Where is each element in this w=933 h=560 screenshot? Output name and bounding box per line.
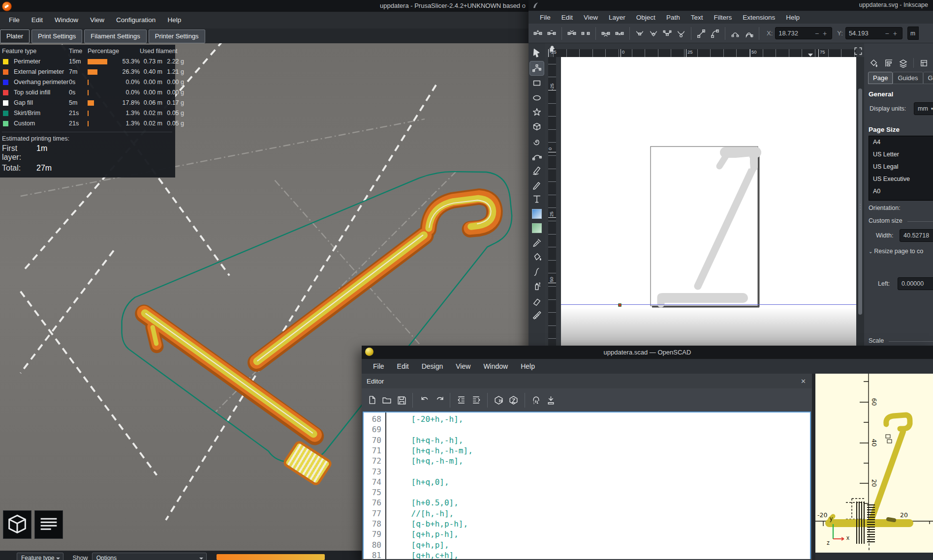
ps-menu-window[interactable]: Window	[49, 12, 84, 29]
pen-tool-icon[interactable]	[530, 149, 544, 163]
stroke-to-path-icon[interactable]	[743, 27, 755, 40]
eraser-tool-icon[interactable]	[530, 294, 544, 308]
ps-menu-configuration[interactable]: Configuration	[110, 12, 161, 29]
join-segment-icon[interactable]	[599, 27, 612, 40]
openscad-titlebar[interactable]: uppdatera.scad — OpenSCAD	[362, 346, 933, 359]
panel-resize-handle[interactable]: ···	[859, 203, 861, 210]
code-editor[interactable]: 68 [-20+h,-h],6970 [h+q-h,-h],71 [h+q-h,…	[363, 412, 811, 559]
selector-tool-icon[interactable]	[530, 46, 544, 60]
spray-tool-icon[interactable]	[530, 279, 544, 293]
left-input[interactable]: 0.00000	[898, 277, 933, 290]
x-minus-button[interactable]: −	[813, 29, 821, 37]
editor-dock-header[interactable]: Editor ✕	[362, 374, 812, 389]
ink-menu-filters[interactable]: Filters	[708, 14, 737, 21]
box3d-tool-icon[interactable]	[530, 120, 544, 134]
node-corner-icon[interactable]	[633, 27, 646, 40]
node-symmetric-icon[interactable]	[661, 27, 674, 40]
break-node-icon[interactable]	[579, 27, 592, 40]
gradient-tool-icon[interactable]	[530, 207, 544, 221]
ink-menu-file[interactable]: File	[534, 14, 556, 21]
text-tool-icon[interactable]	[530, 192, 544, 206]
spiral-tool-icon[interactable]	[530, 134, 544, 148]
insert-node-icon[interactable]	[531, 27, 544, 40]
page-size-option[interactable]: US Executive	[869, 173, 933, 185]
ps-tab-print-settings[interactable]: Print Settings	[31, 29, 82, 43]
editor-close-button[interactable]: ✕	[801, 378, 806, 385]
page-size-option[interactable]: US Letter	[869, 148, 933, 161]
rectangle-tool-icon[interactable]	[530, 76, 544, 90]
open-button[interactable]	[381, 395, 392, 405]
view-3d-button[interactable]	[3, 510, 31, 539]
svg-canvas[interactable]	[561, 57, 856, 352]
dock-tab-page[interactable]: Page	[868, 72, 893, 84]
ps-tab-printer-settings[interactable]: Printer Settings	[149, 29, 205, 43]
unit-selector[interactable]: m	[907, 27, 919, 40]
layer-gradient-slider[interactable]	[217, 554, 325, 560]
new-button[interactable]	[367, 395, 377, 405]
ink-menu-text[interactable]: Text	[685, 14, 709, 21]
page-size-option[interactable]: A4	[869, 136, 933, 148]
send-button[interactable]	[546, 395, 556, 405]
object-to-path-icon[interactable]	[729, 27, 742, 40]
indent-button[interactable]	[471, 395, 481, 405]
segment-line-icon[interactable]	[695, 27, 708, 40]
ps-tab-filament-settings[interactable]: Filament Settings	[84, 29, 146, 43]
preview-button[interactable]	[494, 395, 504, 405]
os-menu-help[interactable]: Help	[514, 362, 541, 370]
inkscape-titlebar[interactable]: uppdatera.svg - Inkscape	[529, 0, 933, 11]
width-input[interactable]: 40.52718	[900, 229, 933, 242]
undo-button[interactable]	[419, 395, 429, 405]
view-layers-button[interactable]	[34, 510, 63, 539]
os-menu-view[interactable]: View	[449, 362, 477, 370]
measure-tool-icon[interactable]	[530, 308, 544, 322]
bucket-tool-icon[interactable]	[530, 250, 544, 264]
ink-menu-object[interactable]: Object	[631, 14, 661, 21]
vertical-ruler[interactable]: -2502550	[548, 57, 556, 352]
ps-menu-help[interactable]: Help	[161, 12, 187, 29]
x-coordinate-spinner[interactable]: X: 18.732 − +	[767, 27, 832, 39]
os-menu-edit[interactable]: Edit	[391, 362, 415, 370]
star-tool-icon[interactable]	[530, 105, 544, 119]
align-icon[interactable]	[884, 59, 893, 68]
os-menu-window[interactable]: Window	[477, 362, 514, 370]
zoom-to-fit-icon[interactable]	[853, 46, 863, 56]
ink-menu-extensions[interactable]: Extensions	[737, 14, 780, 21]
editor-view-splitter[interactable]	[812, 374, 815, 560]
prusaslicer-titlebar[interactable]: uppdatera - PrusaSlicer-2.4.2+UNKNOWN ba…	[0, 0, 531, 12]
resize-page-expander[interactable]: ⌄ Resize page to co	[869, 248, 923, 255]
ink-menu-view[interactable]: View	[578, 14, 603, 21]
lpe-tool-icon[interactable]	[530, 265, 544, 279]
feature-type-combo[interactable]: Feature type	[17, 553, 63, 560]
y-coordinate-spinner[interactable]: Y: 54.193 − +	[837, 27, 902, 39]
y-minus-button[interactable]: −	[883, 29, 891, 37]
page-size-option[interactable]: A0	[869, 185, 933, 198]
ink-menu-layer[interactable]: Layer	[603, 14, 631, 21]
unindent-button[interactable]	[456, 395, 466, 405]
ink-menu-edit[interactable]: Edit	[556, 14, 578, 21]
x-plus-button[interactable]: +	[821, 29, 829, 37]
join-nodes-icon[interactable]	[565, 27, 578, 40]
page-size-option[interactable]: US Legal	[869, 161, 933, 173]
display-units-dropdown[interactable]: mm▾	[914, 102, 933, 115]
os-menu-file[interactable]: File	[367, 362, 391, 370]
segment-curve-icon[interactable]	[709, 27, 721, 40]
export-stl-button[interactable]	[531, 395, 541, 405]
y-plus-button[interactable]: +	[891, 29, 899, 37]
node-tool-icon[interactable]	[529, 61, 544, 76]
render-button[interactable]	[508, 395, 519, 405]
openscad-3d-view[interactable]: -2020604020 y x z	[815, 374, 933, 560]
dock-tab-guides[interactable]: Guides	[893, 72, 923, 84]
fill-stroke-icon[interactable]	[869, 59, 878, 68]
dropper-tool-icon[interactable]	[530, 236, 544, 250]
mesh-tool-icon[interactable]	[530, 221, 544, 235]
page-size-list[interactable]: A4US LetterUS LegalUS ExecutiveA0	[869, 136, 933, 201]
layers-icon[interactable]	[899, 59, 908, 68]
node-smooth-icon[interactable]	[647, 27, 660, 40]
ps-menu-file[interactable]: File	[3, 12, 26, 29]
options-combo[interactable]: Options	[92, 553, 207, 560]
dock-tab-grid[interactable]: Grid	[923, 72, 933, 84]
ink-menu-help[interactable]: Help	[780, 14, 805, 21]
redo-button[interactable]	[434, 395, 444, 405]
ps-tab-plater[interactable]: Plater	[0, 29, 30, 43]
node-auto-icon[interactable]	[675, 27, 687, 40]
